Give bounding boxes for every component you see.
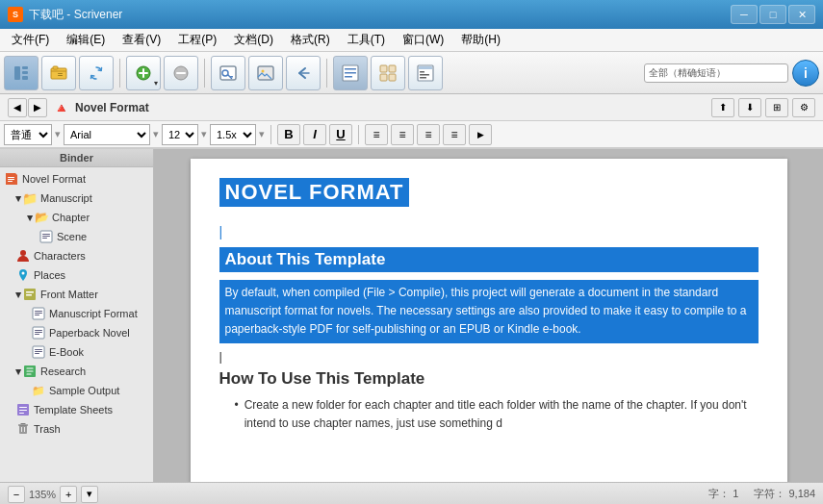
image-button[interactable]: [248, 56, 283, 90]
view-outline-button[interactable]: [408, 56, 443, 90]
research-label: Research: [40, 365, 86, 377]
close-button[interactable]: ✕: [788, 5, 815, 24]
toolbar-right: 全部（精确短语） ✕ i: [644, 60, 819, 87]
info-button[interactable]: i: [792, 60, 819, 87]
nav-arrows: ◀ ▶: [8, 98, 47, 117]
word-count-value: 1: [733, 488, 738, 499]
nav-forward-button[interactable]: ▶: [28, 98, 47, 117]
binder-item-sample-output[interactable]: 📁 Sample Output: [0, 381, 153, 400]
format-sep1: ▾: [55, 128, 61, 140]
format-bar: 普通 ▾ Arial ▾ 12 ▾ 1.5x ▾ B I U ≡ ≡ ≡ ≡ ▸: [0, 121, 823, 148]
doc-nav-bar: ◀ ▶ 🔺 Novel Format ⬆ ⬇ ⊞ ⚙: [0, 94, 823, 121]
italic-button[interactable]: I: [303, 124, 326, 145]
size-select[interactable]: 12: [162, 124, 198, 145]
svg-rect-25: [420, 71, 424, 73]
binder: Binder Novel Format ▶ 📁 Manuscript ▶ 📂 C…: [0, 149, 154, 482]
menu-document[interactable]: 文档(D): [226, 30, 281, 50]
window-controls: ─ □ ✕: [731, 5, 815, 24]
menu-project[interactable]: 工程(P): [170, 30, 224, 50]
svg-point-36: [22, 272, 25, 275]
align-right-button[interactable]: ≡: [417, 124, 440, 145]
style-select[interactable]: 普通: [4, 124, 52, 145]
binder-item-places[interactable]: Places: [0, 265, 153, 285]
align-justify-button[interactable]: ≡: [443, 124, 466, 145]
view-scrivenings-button[interactable]: [333, 56, 368, 90]
zoom-out-button[interactable]: −: [8, 486, 25, 503]
svg-rect-38: [26, 291, 34, 293]
binder-item-chapter[interactable]: ▶ 📂 Chapter: [0, 208, 153, 227]
underline-button[interactable]: U: [329, 124, 352, 145]
binder-item-front-matter[interactable]: ▶ Front Matter: [0, 285, 153, 304]
binder-item-manuscript-format[interactable]: Manuscript Format: [0, 304, 153, 323]
cursor-line: |: [219, 224, 759, 239]
svg-rect-42: [35, 313, 42, 314]
svg-rect-46: [35, 332, 42, 333]
minimize-button[interactable]: ─: [731, 5, 758, 24]
back-button[interactable]: [286, 56, 321, 90]
sync-button[interactable]: [79, 56, 114, 90]
sample-output-icon: 📁: [31, 383, 46, 398]
maximize-button[interactable]: □: [759, 5, 786, 24]
menu-view[interactable]: 查看(V): [115, 30, 168, 50]
bold-button[interactable]: B: [277, 124, 300, 145]
font-select[interactable]: Arial: [64, 124, 150, 145]
editor-fwd-btn[interactable]: ⬇: [738, 98, 761, 117]
manuscript-triangle: ▶: [14, 195, 23, 201]
binder-item-paperback[interactable]: Paperback Novel: [0, 323, 153, 342]
svg-rect-18: [345, 76, 352, 78]
align-left-button[interactable]: ≡: [365, 124, 388, 145]
open-button[interactable]: [41, 56, 76, 90]
menu-edit[interactable]: 编辑(E): [59, 30, 113, 50]
editor-page: NOVEL FORMAT | About This Template By de…: [191, 159, 787, 482]
add-button[interactable]: ▾: [126, 56, 161, 90]
nav-back-button[interactable]: ◀: [8, 98, 27, 117]
editor-back-btn[interactable]: ⬆: [711, 98, 734, 117]
more-format-button[interactable]: ▸: [469, 124, 492, 145]
binder-item-ebook[interactable]: E-Book: [0, 342, 153, 362]
menu-file[interactable]: 文件(F): [4, 30, 57, 50]
zoom-dropdown-button[interactable]: ▾: [81, 486, 98, 503]
about-body: By default, when compiled (File > Compil…: [219, 280, 759, 343]
svg-rect-39: [26, 294, 32, 296]
app-icon: S: [8, 7, 23, 22]
chapter-label: Chapter: [52, 212, 90, 223]
zoom-in-button[interactable]: +: [60, 486, 77, 503]
editor-settings-btn[interactable]: ⚙: [792, 98, 815, 117]
svg-rect-0: [14, 66, 20, 80]
editor-split-btn[interactable]: ⊞: [765, 98, 788, 117]
svg-rect-27: [420, 77, 426, 79]
remove-button[interactable]: [164, 56, 198, 90]
svg-rect-1: [22, 66, 28, 69]
novel-format-label: Novel Format: [22, 173, 86, 185]
editor-wrapper[interactable]: NOVEL FORMAT | About This Template By de…: [154, 149, 823, 482]
template-sheets-label: Template Sheets: [34, 404, 113, 416]
frontmatter-triangle: ▶: [14, 291, 23, 297]
search-label: 全部（精确短语）: [649, 66, 726, 80]
binder-item-research[interactable]: ▶ Research: [0, 362, 153, 381]
menu-format[interactable]: 格式(R): [283, 30, 338, 50]
binder-item-novel-format[interactable]: Novel Format: [0, 169, 153, 189]
key-button[interactable]: [211, 56, 245, 90]
binder-item-manuscript[interactable]: ▶ 📁 Manuscript: [0, 189, 153, 208]
binder-header: Binder: [0, 149, 153, 167]
align-center-button[interactable]: ≡: [391, 124, 414, 145]
spacing-select[interactable]: 1.5x: [210, 124, 256, 145]
binder-item-characters[interactable]: Characters: [0, 246, 153, 265]
binder-item-template-sheets[interactable]: Template Sheets: [0, 400, 153, 419]
svg-rect-41: [35, 311, 42, 312]
svg-rect-33: [42, 236, 50, 237]
svg-rect-47: [35, 334, 39, 335]
binder-toggle-button[interactable]: [4, 56, 39, 90]
menu-window[interactable]: 窗口(W): [395, 30, 451, 50]
binder-item-scene[interactable]: Scene: [0, 227, 153, 246]
svg-rect-21: [380, 74, 387, 81]
scene-label: Scene: [57, 231, 87, 242]
manuscript-label: Manuscript: [40, 192, 92, 204]
view-corkboard-button[interactable]: [371, 56, 405, 90]
zoom-control: − 135% + ▾: [8, 486, 98, 503]
sample-output-label: Sample Output: [49, 385, 119, 396]
fmt-separator2: [358, 125, 359, 144]
binder-item-trash[interactable]: Trash: [0, 419, 153, 439]
menu-tools[interactable]: 工具(T): [340, 30, 393, 50]
menu-help[interactable]: 帮助(H): [453, 30, 508, 50]
